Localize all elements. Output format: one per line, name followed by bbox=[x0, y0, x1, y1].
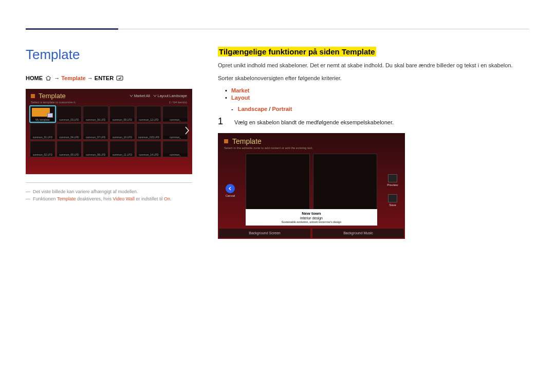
step-number: 1 bbox=[218, 116, 227, 127]
filter-layout[interactable]: Layout:Landscape bbox=[153, 94, 187, 98]
template-thumb-label: common_ bbox=[163, 153, 188, 157]
template-thumb[interactable]: common_14.LFD bbox=[136, 141, 162, 157]
template-thumb-label: common_015.LFD bbox=[137, 136, 161, 139]
save-icon bbox=[388, 194, 397, 202]
top-rule-accent bbox=[26, 28, 118, 30]
filter-layout-value: Landscape bbox=[170, 94, 187, 98]
sub-orientation: - Landscape / Portrait bbox=[231, 106, 529, 112]
top-rule bbox=[26, 29, 529, 29]
caption-tagline: Sustainable evolution, unlock tomorrow's… bbox=[249, 220, 374, 223]
template-thumb[interactable]: common_01.LFD bbox=[30, 123, 55, 140]
shot2-title: Template bbox=[232, 137, 262, 145]
template-thumb-label: common_07.LFD bbox=[83, 136, 108, 139]
shot2-subtitle: Select in the editable zone to add conte… bbox=[218, 146, 405, 153]
template-thumb[interactable]: My template bbox=[30, 106, 55, 122]
intro-paragraph: Opret unikt indhold med skabeloner. Det … bbox=[218, 62, 529, 69]
note-video-text: Funktionen Template deaktiveres, hvis Vi… bbox=[33, 196, 172, 201]
sort-paragraph: Sorter skabelonoversigten efter følgende… bbox=[218, 74, 529, 82]
enter-icon bbox=[116, 76, 123, 82]
page-title: Template bbox=[26, 47, 192, 63]
breadcrumb-home: HOME bbox=[26, 75, 43, 81]
template-thumb-label: common_08.LFD bbox=[83, 153, 108, 157]
breadcrumb-enter: ENTER bbox=[95, 75, 114, 81]
cancel-button[interactable]: Cancel bbox=[221, 184, 239, 197]
preview-icon bbox=[388, 174, 397, 182]
template-editor-screenshot: Template Select in the editable zone to … bbox=[218, 133, 405, 239]
filter-layout-label: Layout: bbox=[158, 94, 170, 98]
bullet-layout: Layout bbox=[225, 95, 529, 101]
breadcrumb-arrow-1: → bbox=[54, 75, 60, 81]
note-model-vary: ― Det viste billede kan variere afhængig… bbox=[26, 189, 192, 194]
template-thumb-label: common_05.LFD bbox=[57, 153, 82, 157]
template-caption[interactable]: New town interior design Sustainable evo… bbox=[246, 209, 377, 226]
note-model-text: Det viste billede kan variere afhængigt … bbox=[33, 189, 138, 194]
template-thumb-label: common_06.LFD bbox=[83, 118, 108, 122]
template-thumb-label: common_02.LFD bbox=[30, 153, 55, 157]
template-thumb[interactable]: common_04.LFD bbox=[57, 123, 82, 140]
filter-market-label: Market: bbox=[134, 94, 146, 98]
shot1-counter: 1 / 64 item(s) bbox=[169, 101, 187, 104]
notes-separator bbox=[26, 182, 192, 183]
template-thumb[interactable]: common_11.LFD bbox=[109, 141, 135, 157]
template-doc-icon bbox=[31, 94, 35, 98]
template-thumb-label: common_14.LFD bbox=[137, 153, 161, 157]
breadcrumb-template: Template bbox=[61, 75, 85, 81]
background-music-button[interactable]: Background Music bbox=[312, 229, 404, 238]
template-thumb[interactable]: common_12.LFD bbox=[136, 106, 162, 122]
save-label: Save bbox=[389, 203, 396, 207]
filter-market-value: All bbox=[146, 94, 150, 98]
note-video-wall: ― Funktionen Template deaktiveres, hvis … bbox=[26, 196, 192, 201]
template-thumb[interactable]: common_07.LFD bbox=[83, 123, 108, 140]
template-thumb[interactable]: common_09.LFD bbox=[109, 106, 135, 122]
template-thumb[interactable]: common_03.LFD bbox=[57, 106, 82, 122]
template-thumb[interactable]: common_08.LFD bbox=[83, 141, 108, 157]
preview-label: Preview bbox=[387, 183, 398, 186]
template-thumb-label: common_03.LFD bbox=[57, 118, 82, 122]
background-screen-button[interactable]: Background Screen bbox=[219, 229, 310, 238]
template-thumb[interactable]: common_02.LFD bbox=[30, 141, 55, 157]
breadcrumb-arrow-2: → bbox=[87, 75, 93, 81]
template-thumb[interactable]: common_ bbox=[162, 106, 188, 122]
caption-title: New town bbox=[302, 211, 321, 216]
shot1-title: Template bbox=[39, 92, 66, 100]
template-grid-screenshot: Template Market:All Layout:Landscape Sel bbox=[26, 89, 192, 174]
template-thumb-label: common_ bbox=[163, 118, 188, 122]
cancel-label: Cancel bbox=[226, 194, 235, 197]
template-doc-icon-2 bbox=[224, 139, 228, 143]
preview-button[interactable]: Preview bbox=[383, 174, 402, 186]
back-arrow-icon bbox=[226, 184, 235, 193]
template-thumb[interactable]: common_05.LFD bbox=[57, 141, 82, 157]
template-thumb-label: common_09.LFD bbox=[110, 118, 135, 122]
template-thumb[interactable]: common_10.LFD bbox=[109, 123, 135, 140]
filter-market[interactable]: Market:All bbox=[130, 94, 150, 98]
save-button[interactable]: Save bbox=[383, 194, 402, 207]
breadcrumb: HOME → Template → ENTER bbox=[26, 75, 192, 82]
bullet-market: Market bbox=[225, 87, 529, 94]
template-thumb-label: common_ bbox=[163, 136, 188, 139]
sub-portrait: Portrait bbox=[272, 106, 292, 112]
template-thumb-label: common_11.LFD bbox=[110, 153, 135, 157]
svg-rect-0 bbox=[117, 76, 123, 80]
home-icon bbox=[45, 76, 51, 82]
step-1: 1 Vælg en skabelon blandt de medfølgende… bbox=[218, 116, 529, 127]
template-thumb-label: common_10.LFD bbox=[110, 136, 135, 139]
template-thumb[interactable]: common_06.LFD bbox=[83, 106, 108, 122]
template-thumb[interactable]: common_015.LFD bbox=[136, 123, 162, 140]
template-thumb[interactable]: common_ bbox=[162, 141, 188, 157]
step-text: Vælg en skabelon blandt de medfølgende e… bbox=[234, 119, 394, 125]
template-thumb[interactable]: common_ bbox=[162, 123, 188, 140]
caption-subtitle: interior design bbox=[249, 216, 374, 220]
template-thumb-label: common_12.LFD bbox=[137, 118, 161, 122]
sub-landscape: Landscape bbox=[238, 106, 267, 112]
section-title: Tilgængelige funktioner på siden Templat… bbox=[218, 47, 376, 57]
template-thumb-label: My template bbox=[30, 118, 55, 122]
template-thumb-label: common_01.LFD bbox=[30, 136, 55, 139]
template-thumb-label: common_04.LFD bbox=[57, 136, 82, 139]
shot1-subtitle: Select a template to customize it. bbox=[31, 101, 76, 104]
